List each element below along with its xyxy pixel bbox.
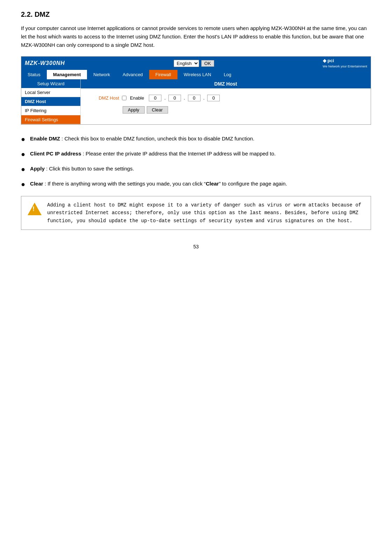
bullet-dot-2: ● <box>21 149 25 160</box>
intro-paragraph: If your computer cannot use Internet app… <box>21 24 371 49</box>
section-heading: 2.2. DMZ <box>21 10 371 19</box>
nav-management[interactable]: Management <box>47 70 87 79</box>
bullet-dot-4: ● <box>21 179 25 190</box>
router-topbar: MZK-W300NH English OK ◆ pciWe Network yo… <box>21 57 371 70</box>
list-item-text-4: Clear : If there is anything wrong with … <box>30 180 287 188</box>
main-content: DMZ Host Enable . . . Apply Clear <box>81 88 371 120</box>
warning-triangle <box>28 203 42 215</box>
sidebar-item-firewall-settings[interactable]: Firewall Settings <box>21 115 80 124</box>
warning-icon <box>27 201 42 217</box>
desc-client-ip: Please enter the private IP address that… <box>86 151 276 157</box>
clear-button[interactable]: Clear <box>147 106 168 114</box>
desc-enable-dmz: Check this box to enable DMZ function, u… <box>64 136 254 141</box>
ok-button[interactable]: OK <box>201 60 214 67</box>
dmz-host-label: DMZ Host <box>88 95 119 101</box>
bullet-dot-3: ● <box>21 164 25 175</box>
pci-logo: ◆ pciWe Network your Entertainment <box>323 58 367 68</box>
list-item-text-3: Apply : Click this button to save the se… <box>30 165 134 173</box>
term-apply: Apply <box>30 166 45 172</box>
warning-box: Adding a client host to DMZ might expose… <box>21 196 371 230</box>
router-navbar: Status Management Network Advanced Firew… <box>21 70 371 79</box>
warning-text: Adding a client host to DMZ might expose… <box>47 201 365 225</box>
lang-area: English OK <box>174 60 214 67</box>
dmz-button-row: Apply Clear <box>123 106 364 114</box>
router-sidebar: Setup Wizard Local Server DMZ Host IP Fi… <box>21 79 81 124</box>
list-item-apply: ● Apply : Click this button to save the … <box>21 165 371 175</box>
dmz-ip-octet-1[interactable] <box>149 95 161 101</box>
language-select[interactable]: English <box>174 60 199 67</box>
nav-status[interactable]: Status <box>21 70 47 79</box>
router-main: DMZ Host DMZ Host Enable . . . Apply Cle… <box>81 79 371 124</box>
sep-4: : <box>45 181 48 187</box>
desc-apply: Click this button to save the settings. <box>49 166 134 172</box>
sidebar-wizard[interactable]: Setup Wizard <box>21 79 80 88</box>
sidebar-item-dmz-host[interactable]: DMZ Host <box>21 97 80 106</box>
sidebar-item-local-server[interactable]: Local Server <box>21 88 80 97</box>
list-item-client-ip: ● Client PC IP address : Please enter th… <box>21 150 371 160</box>
page-number: 53 <box>21 244 371 249</box>
nav-advanced[interactable]: Advanced <box>116 70 149 79</box>
main-title: DMZ Host <box>81 79 371 88</box>
router-ui-box: MZK-W300NH English OK ◆ pciWe Network yo… <box>21 56 371 125</box>
dmz-enable-text: Enable <box>130 95 144 101</box>
dmz-ip-octet-3[interactable] <box>188 95 201 101</box>
apply-button[interactable]: Apply <box>123 106 145 114</box>
term-clear: Clear <box>30 181 43 187</box>
dmz-host-row: DMZ Host Enable . . . <box>88 95 364 101</box>
nav-network[interactable]: Network <box>87 70 116 79</box>
feature-list: ● Enable DMZ : Check this box to enable … <box>21 135 371 190</box>
nav-wireless-lan[interactable]: Wireless LAN <box>177 70 218 79</box>
term-client-ip: Client PC IP address <box>30 151 81 157</box>
dmz-enable-checkbox[interactable] <box>122 96 126 100</box>
nav-log[interactable]: Log <box>217 70 238 79</box>
sep-2: : <box>83 151 86 157</box>
list-item-text: Enable DMZ : Check this box to enable DM… <box>30 135 254 143</box>
list-item-text-2: Client PC IP address : Please enter the … <box>30 150 276 158</box>
sidebar-item-ip-filtering[interactable]: IP Filtering <box>21 106 80 115</box>
router-brand: MZK-W300NH <box>25 60 65 66</box>
dmz-ip-octet-4[interactable] <box>207 95 220 101</box>
term-enable-dmz: Enable DMZ <box>30 136 60 141</box>
nav-firewall[interactable]: Firewall <box>149 70 177 79</box>
list-item-clear: ● Clear : If there is anything wrong wit… <box>21 180 371 190</box>
bullet-dot: ● <box>21 134 25 145</box>
dmz-ip-octet-2[interactable] <box>168 95 181 101</box>
list-item-enable-dmz: ● Enable DMZ : Check this box to enable … <box>21 135 371 145</box>
desc-clear: If there is anything wrong with the sett… <box>48 181 287 187</box>
router-body: Setup Wizard Local Server DMZ Host IP Fi… <box>21 79 371 124</box>
